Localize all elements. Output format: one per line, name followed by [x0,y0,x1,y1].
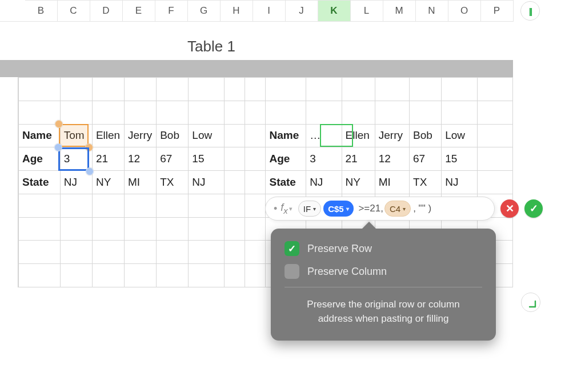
hint-line: address when pasting or filling [285,312,482,326]
col-header-E[interactable]: E [123,0,155,22]
chevron-down-icon: ▾ [313,206,316,212]
corner-arrow-icon [528,299,537,309]
header-spacer [0,0,25,22]
col-header-O[interactable]: O [448,0,481,22]
column-header-bar: B C D E F G H I J K L M N O P || [0,0,585,22]
right-state-3[interactable]: TX [410,171,442,194]
formula-editor: • fx ▾ IF ▾ C$5 ▾ >=21, C4 ▾ , "" ) ✕ ✓ [265,197,551,221]
left-state-4[interactable]: NJ [189,171,224,194]
col-header-C[interactable]: C [58,0,90,22]
col-header-K[interactable]: K [318,0,351,22]
ref-handle-icon[interactable] [86,167,94,175]
row-handle-gutter[interactable] [0,77,18,287]
preserve-row-label: Preserve Row [307,243,372,255]
close-icon: ✕ [506,202,514,215]
divider [285,287,482,287]
right-name-0[interactable]: … [306,124,342,147]
right-age-0[interactable]: 3 [306,147,342,171]
ref-handle-icon[interactable] [55,120,63,128]
formula-token-ref-c5[interactable]: C$5 ▾ [323,201,354,217]
left-age-4[interactable]: 15 [189,147,224,171]
table-title[interactable]: Table 1 [0,38,423,55]
col-header-F[interactable]: F [155,0,188,22]
left-state-2[interactable]: MI [125,171,157,194]
left-header-name[interactable]: Name [19,124,61,147]
preserve-row-option[interactable]: ✓ Preserve Row [285,241,482,256]
col-header-G[interactable]: G [188,0,221,22]
left-state-3[interactable]: TX [157,171,189,194]
ref2-label: C4 [390,204,400,214]
chevron-down-icon[interactable]: ▾ [289,205,292,213]
col-header-D[interactable]: D [90,0,123,22]
formula-token-ref-c4[interactable]: C4 ▾ [384,201,411,217]
col-header-L[interactable]: L [351,0,383,22]
ref-handle-icon[interactable] [85,143,93,151]
right-name-4[interactable]: Low [442,124,477,147]
formula-bullet-icon: • [274,203,277,215]
chevron-down-icon: ▾ [403,206,406,212]
col-header-B[interactable]: B [25,0,58,22]
right-age-3[interactable]: 67 [410,147,442,171]
left-state-1[interactable]: NY [92,171,124,194]
right-age-2[interactable]: 12 [375,147,409,171]
left-header-state[interactable]: State [19,171,61,194]
col-header-N[interactable]: N [416,0,448,22]
right-header-age[interactable]: Age [266,147,306,171]
right-state-0[interactable]: NJ [306,171,342,194]
hint-line: Preserve the original row or column [285,298,482,312]
right-state-4[interactable]: NJ [442,171,477,194]
col-header-H[interactable]: H [221,0,253,22]
add-column-button[interactable]: || [520,1,540,21]
left-name-4[interactable]: Low [189,124,224,147]
chevron-down-icon: ▾ [346,206,349,212]
right-name-1[interactable]: Ellen [342,124,375,147]
col-header-M[interactable]: M [383,0,416,22]
check-icon: ✓ [530,202,538,215]
right-header-state[interactable]: State [266,171,306,194]
ref1-label: C$5 [328,204,344,214]
fx-icon[interactable]: fx [281,202,288,215]
right-state-2[interactable]: MI [375,171,409,194]
ref-handle-icon[interactable] [54,143,62,151]
col-header-I[interactable]: I [253,0,286,22]
formula-text: >=21, [356,203,383,214]
right-state-1[interactable]: NY [342,171,375,194]
right-name-2[interactable]: Jerry [375,124,409,147]
formula-token-if[interactable]: IF ▾ [298,201,321,217]
popover-hint: Preserve the original row or column addr… [285,298,482,326]
table-resize-handle[interactable] [521,293,540,312]
cell-reference-options-popover: ✓ Preserve Row Preserve Column Preserve … [271,229,496,341]
left-age-2[interactable]: 12 [125,147,157,171]
col-header-J[interactable]: J [286,0,318,22]
fx-x: x [283,206,288,215]
formula-text: , "" ) [413,203,431,214]
formula-input[interactable]: • fx ▾ IF ▾ C$5 ▾ >=21, C4 ▾ , "" ) [265,197,495,221]
left-header-age[interactable]: Age [19,147,61,171]
cancel-button[interactable]: ✕ [500,199,519,218]
left-name-1[interactable]: Ellen [92,124,124,147]
left-age-3[interactable]: 67 [157,147,189,171]
left-age-1[interactable]: 21 [92,147,124,171]
right-age-1[interactable]: 21 [342,147,375,171]
right-header-name[interactable]: Name [266,124,306,147]
left-name-3[interactable]: Bob [157,124,189,147]
accept-button[interactable]: ✓ [524,199,543,218]
right-age-4[interactable]: 15 [442,147,477,171]
right-name-3[interactable]: Bob [410,124,442,147]
table-header-band [0,62,513,77]
left-name-2[interactable]: Jerry [125,124,157,147]
preserve-column-option[interactable]: Preserve Column [285,264,482,279]
checkbox-checked-icon[interactable]: ✓ [285,241,299,256]
col-header-P[interactable]: P [481,0,514,22]
checkbox-unchecked-icon[interactable] [285,264,299,279]
preserve-column-label: Preserve Column [307,266,387,278]
if-label: IF [303,204,311,214]
